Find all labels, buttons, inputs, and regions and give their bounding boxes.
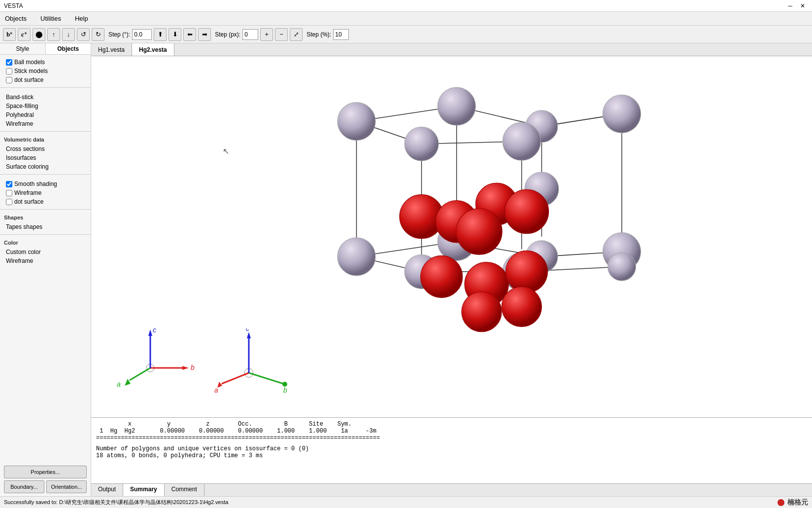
titlebar-title: VESTA bbox=[4, 2, 785, 9]
sidebar-bottom: Properties... Boundary... Orientation... bbox=[0, 463, 91, 496]
menu-help[interactable]: Help bbox=[72, 14, 91, 23]
isosurfaces-item[interactable]: Isosurfaces bbox=[4, 153, 87, 162]
style-wireframe[interactable]: Wireframe bbox=[4, 119, 87, 128]
step-angle-input[interactable] bbox=[132, 29, 152, 40]
dot-surface-render-item[interactable]: dot surface bbox=[4, 197, 87, 206]
info-tab-comment[interactable]: Comment bbox=[165, 484, 204, 496]
volumetric-section: Volumetric data Cross sections Isosurfac… bbox=[0, 134, 91, 172]
svg-point-44 bbox=[502, 287, 541, 327]
step-pct-input[interactable] bbox=[333, 29, 349, 40]
dot-surface-item[interactable]: dot surface bbox=[4, 75, 87, 84]
cross-sections-item[interactable]: Cross sections bbox=[4, 145, 87, 153]
dot-surface-render-label: dot surface bbox=[14, 198, 43, 205]
color-section: Color Custom color Wireframe bbox=[0, 237, 91, 266]
stick-models-label: Stick models bbox=[14, 68, 48, 74]
surface-coloring-item[interactable]: Surface coloring bbox=[4, 162, 87, 171]
zoom-out-button[interactable]: − bbox=[275, 28, 288, 41]
smooth-shading-label: Smooth shading bbox=[14, 181, 57, 187]
style-space-filling[interactable]: Space-filling bbox=[4, 102, 87, 110]
svg-point-34 bbox=[608, 253, 636, 281]
translate-left-button[interactable]: ⬅ bbox=[183, 28, 196, 41]
wireframe-render-checkbox[interactable] bbox=[6, 190, 12, 196]
rendering-section: Smooth shading Wireframe dot surface bbox=[0, 177, 91, 207]
menu-objects[interactable]: Objects bbox=[2, 14, 30, 23]
divider-3 bbox=[0, 174, 91, 175]
sidebar-tab-style[interactable]: Style bbox=[0, 43, 46, 54]
step-px-input[interactable] bbox=[242, 29, 258, 40]
app-logo-text: 楠格元 bbox=[787, 498, 808, 507]
translate-right-button[interactable]: ➡ bbox=[198, 28, 211, 41]
svg-point-24 bbox=[503, 122, 541, 160]
axis-indicator-persp: a b c bbox=[214, 328, 293, 402]
svg-point-43 bbox=[462, 291, 502, 331]
properties-button[interactable]: Properties... bbox=[4, 466, 87, 478]
axis-indicator-ortho: b a c c bbox=[106, 328, 195, 402]
divider-5 bbox=[0, 234, 91, 235]
rotate-left-button[interactable]: ↺ bbox=[77, 28, 90, 41]
statusbar-text: Successfully saved to: D:\研究生\班级相关文件\课程晶… bbox=[4, 499, 228, 506]
info-tab-summary[interactable]: Summary bbox=[123, 484, 165, 496]
sidebar-tabs: Style Objects bbox=[0, 43, 91, 55]
svg-text:c: c bbox=[147, 328, 151, 329]
svg-text:b: b bbox=[191, 363, 195, 371]
sidebar-btn-row-1: Properties... bbox=[4, 466, 87, 478]
content-area: Hg1.vesta Hg2.vesta ↖ bbox=[91, 43, 812, 496]
bold-b-button[interactable]: 𝐛* bbox=[3, 28, 16, 41]
translate-down-button[interactable]: ⬇ bbox=[169, 28, 181, 41]
table-data-row: 1 Hg Hg2 0.00000 0.00000 0.00000 1.000 1… bbox=[96, 428, 807, 435]
ball-models-item[interactable]: Ball models bbox=[4, 58, 87, 67]
info-tab-output[interactable]: Output bbox=[91, 484, 123, 496]
bold-c-button[interactable]: 𝐜* bbox=[18, 28, 31, 41]
dot-surface-checkbox[interactable] bbox=[6, 77, 12, 83]
wireframe-color-item[interactable]: Wireframe bbox=[4, 256, 87, 265]
info-content: x y z Occ. B Site Sym. 1 Hg Hg2 0.00000 … bbox=[91, 418, 812, 483]
rotate-right-button[interactable]: ↻ bbox=[92, 28, 104, 41]
close-button[interactable]: ✕ bbox=[797, 1, 808, 10]
atom-info: 18 atoms, 0 bonds, 0 polyhedra; CPU time… bbox=[96, 452, 807, 459]
ball-models-label: Ball models bbox=[14, 59, 45, 66]
toolbar: 𝐛* 𝐜* ⬤ ↑ ↓ ↺ ↻ Step (°): ⬆ ⬇ ⬅ ➡ Step (… bbox=[0, 26, 812, 43]
sidebar-tab-objects[interactable]: Objects bbox=[46, 43, 91, 54]
dot-surface-render-checkbox[interactable] bbox=[6, 199, 12, 205]
dot-surface-label: dot surface bbox=[14, 76, 43, 83]
zoom-fit-button[interactable]: ⤢ bbox=[290, 28, 303, 41]
style-polyhedral[interactable]: Polyhedral bbox=[4, 110, 87, 119]
stick-models-checkbox[interactable] bbox=[6, 68, 12, 74]
style-band-stick[interactable]: Band-stick bbox=[4, 93, 87, 102]
minimize-button[interactable]: ─ bbox=[785, 1, 795, 10]
svg-point-42 bbox=[506, 251, 547, 292]
sidebar-btn-row-2: Boundary... Orientation... bbox=[4, 480, 87, 493]
ball-models-checkbox[interactable] bbox=[6, 59, 12, 66]
boundary-button[interactable]: Boundary... bbox=[4, 480, 44, 493]
wireframe-render-label: Wireframe bbox=[14, 189, 41, 196]
rotate-up-button[interactable]: ↑ bbox=[47, 28, 60, 41]
tapes-shapes-item[interactable]: Tapes shapes bbox=[4, 222, 87, 231]
divider-4 bbox=[0, 209, 91, 210]
color-title: Color bbox=[4, 240, 87, 246]
svg-line-60 bbox=[249, 373, 283, 384]
translate-up-button[interactable]: ⬆ bbox=[154, 28, 167, 41]
shapes-section: Shapes Tapes shapes bbox=[0, 212, 91, 232]
style-section: Band-stick Space-filling Polyhedral Wire… bbox=[0, 90, 91, 129]
viewport[interactable]: ↖ bbox=[91, 56, 812, 417]
svg-line-49 bbox=[130, 368, 150, 380]
divider-1 bbox=[0, 87, 91, 88]
zoom-in-button[interactable]: + bbox=[260, 28, 273, 41]
smooth-shading-checkbox[interactable] bbox=[6, 181, 12, 187]
volumetric-title: Volumetric data bbox=[4, 137, 87, 143]
menubar: Objects Utilities Help bbox=[0, 12, 812, 26]
rotate-down-button[interactable]: ↓ bbox=[62, 28, 75, 41]
doc-tab-hg2[interactable]: Hg2.vesta bbox=[132, 43, 174, 56]
svg-point-28 bbox=[338, 238, 375, 276]
stick-models-item[interactable]: Stick models bbox=[4, 67, 87, 75]
custom-color-item[interactable]: Custom color bbox=[4, 248, 87, 256]
svg-marker-64 bbox=[247, 332, 251, 338]
svg-point-25 bbox=[405, 127, 439, 161]
menu-utilities[interactable]: Utilities bbox=[37, 14, 64, 23]
smooth-shading-item[interactable]: Smooth shading bbox=[4, 180, 87, 188]
wireframe-render-item[interactable]: Wireframe bbox=[4, 188, 87, 197]
orientation-button[interactable]: Orientation... bbox=[46, 480, 87, 493]
status-dot bbox=[778, 499, 784, 506]
doc-tab-hg1[interactable]: Hg1.vesta bbox=[91, 43, 132, 56]
sphere-button[interactable]: ⬤ bbox=[33, 28, 45, 41]
